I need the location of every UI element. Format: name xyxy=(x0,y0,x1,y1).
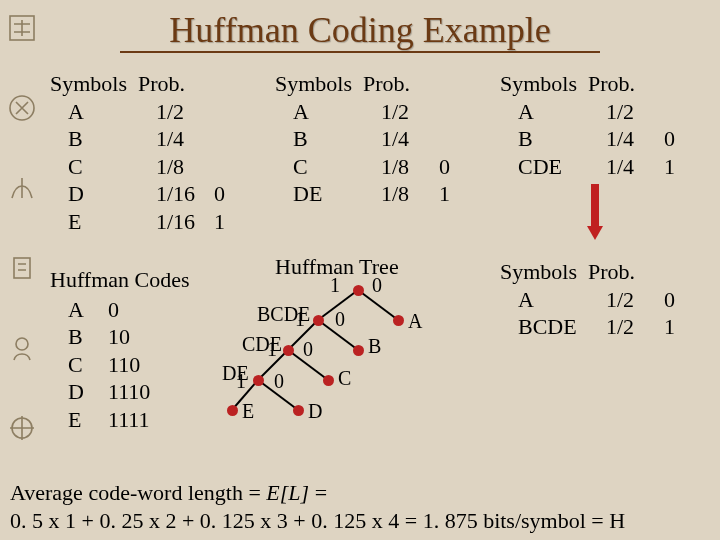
svg-point-3 xyxy=(16,338,28,350)
tree-node xyxy=(313,315,324,326)
tree-edges xyxy=(210,270,440,450)
cell: 1 xyxy=(664,313,680,341)
cell: 0 xyxy=(439,153,455,181)
decorative-glyph-column xyxy=(4,10,44,446)
codes-title: Huffman Codes xyxy=(50,266,190,294)
glyph-icon xyxy=(4,330,40,366)
cell: 1/16 xyxy=(156,180,214,208)
edge-label: 1 xyxy=(236,370,246,393)
cell: D xyxy=(50,378,108,406)
edge-label: 0 xyxy=(274,370,284,393)
footer-line1a: Average code-word length = xyxy=(10,480,266,505)
cell: 1/4 xyxy=(381,125,439,153)
cell xyxy=(664,98,680,126)
footer-text: Average code-word length = E[L] = 0. 5 x… xyxy=(10,479,625,534)
glyph-icon xyxy=(4,410,40,446)
edge-label: 1 xyxy=(295,308,305,331)
glyph-icon xyxy=(4,170,40,206)
node-label: E xyxy=(242,400,254,423)
cell: 1/4 xyxy=(606,153,664,181)
cell xyxy=(214,98,230,126)
cell xyxy=(214,125,230,153)
cell: 1/2 xyxy=(381,98,439,126)
edge-label: 0 xyxy=(335,308,345,331)
cell: A xyxy=(275,98,381,126)
tree-node xyxy=(227,405,238,416)
cell: 1/2 xyxy=(606,286,664,314)
col-header: Symbols xyxy=(500,70,588,98)
footer-line1c: = xyxy=(309,480,327,505)
cell: E xyxy=(50,208,156,236)
table-codes: Huffman Codes A0 B10 C110 D1110 E1111 xyxy=(50,266,190,433)
edge-label: 0 xyxy=(372,274,382,297)
cell: 1/4 xyxy=(606,125,664,153)
node-label: A xyxy=(408,310,422,333)
table-step3: SymbolsProb. A1/2 B1/40 CDE1/41 xyxy=(500,70,680,180)
cell: 10 xyxy=(108,323,168,351)
cell: A xyxy=(500,286,606,314)
table-step2: SymbolsProb. A1/2 B1/4 C1/80 DE1/81 xyxy=(275,70,455,208)
col-header: Prob. xyxy=(588,258,646,286)
cell: E xyxy=(50,406,108,434)
cell: 1/4 xyxy=(156,125,214,153)
node-label: B xyxy=(368,335,381,358)
cell: 1/8 xyxy=(381,180,439,208)
glyph-icon xyxy=(4,10,40,46)
svg-rect-2 xyxy=(14,258,30,278)
cell: A xyxy=(50,296,108,324)
edge-label: 0 xyxy=(303,338,313,361)
cell: 0 xyxy=(664,286,680,314)
cell: 1110 xyxy=(108,378,168,406)
col-header: Symbols xyxy=(50,70,138,98)
col-header: Symbols xyxy=(500,258,588,286)
node-label: D xyxy=(308,400,322,423)
footer-expected: E[L] xyxy=(266,480,309,505)
glyph-icon xyxy=(4,250,40,286)
svg-marker-6 xyxy=(587,226,603,240)
cell: 110 xyxy=(108,351,168,379)
col-header: Prob. xyxy=(363,70,421,98)
col-header: Prob. xyxy=(588,70,646,98)
cell: C xyxy=(50,351,108,379)
cell xyxy=(214,153,230,181)
tree-node xyxy=(323,375,334,386)
edge-label: 1 xyxy=(267,338,277,361)
arrow-down-icon xyxy=(585,182,605,242)
col-header: Prob. xyxy=(138,70,196,98)
cell: 1/2 xyxy=(606,313,664,341)
cell: 1/16 xyxy=(156,208,214,236)
cell: DE xyxy=(275,180,381,208)
node-label: C xyxy=(338,367,351,390)
table-step4: SymbolsProb. A1/20 BCDE1/21 xyxy=(500,258,680,341)
cell: B xyxy=(50,125,156,153)
cell: 1 xyxy=(214,208,230,236)
cell: 1 xyxy=(664,153,680,181)
table-step1: SymbolsProb. A1/2 B1/4 C1/8 D1/160 E1/16… xyxy=(50,70,230,235)
cell: 1/8 xyxy=(381,153,439,181)
cell: B xyxy=(275,125,381,153)
tree-node xyxy=(253,375,264,386)
cell xyxy=(439,98,455,126)
cell xyxy=(439,125,455,153)
tree-node xyxy=(393,315,404,326)
cell: B xyxy=(500,125,606,153)
page-title: Huffman Coding Example xyxy=(120,0,600,53)
cell: 1/8 xyxy=(156,153,214,181)
cell: 1111 xyxy=(108,406,168,434)
cell: 1/2 xyxy=(606,98,664,126)
footer-line2: 0. 5 x 1 + 0. 25 x 2 + 0. 125 x 3 + 0. 1… xyxy=(10,507,625,535)
tree-node xyxy=(293,405,304,416)
cell: 1/2 xyxy=(156,98,214,126)
glyph-icon xyxy=(4,90,40,126)
cell: 1 xyxy=(439,180,455,208)
cell: 0 xyxy=(214,180,230,208)
tree-node xyxy=(353,345,364,356)
cell: C xyxy=(275,153,381,181)
cell: B xyxy=(50,323,108,351)
cell: D xyxy=(50,180,156,208)
col-header: Symbols xyxy=(275,70,363,98)
tree-node xyxy=(283,345,294,356)
huffman-tree: 1 0 BCDE A 1 0 CDE B 1 0 DE C 1 0 E D xyxy=(210,270,410,440)
cell: CDE xyxy=(500,153,606,181)
tree-node xyxy=(353,285,364,296)
